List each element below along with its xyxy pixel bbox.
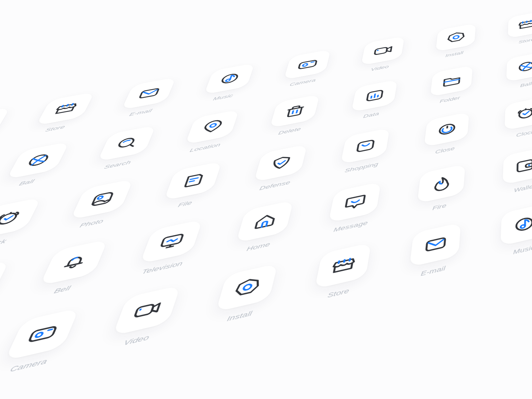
svg-line-22 xyxy=(293,111,293,113)
delete-icon xyxy=(270,94,320,128)
icon-tile-file[interactable]: File xyxy=(138,157,242,217)
icon-tile-email[interactable]: E-mail xyxy=(386,218,481,286)
folder-icon xyxy=(430,65,472,97)
icon-label: Close xyxy=(435,145,455,155)
svg-point-50 xyxy=(528,164,530,166)
svg-line-61 xyxy=(344,260,344,262)
svg-point-20 xyxy=(210,123,216,128)
icon-tile-fire[interactable]: Fire xyxy=(395,160,484,220)
svg-line-27 xyxy=(378,95,378,97)
icon-tile-delete[interactable]: Delete xyxy=(247,91,338,142)
svg-line-26 xyxy=(374,94,375,97)
install-icon xyxy=(436,23,476,52)
svg-line-19 xyxy=(129,144,134,147)
icon-tile-store[interactable]: Store xyxy=(491,8,532,50)
svg-point-8 xyxy=(303,63,308,66)
svg-line-1 xyxy=(62,105,63,107)
svg-line-23 xyxy=(297,110,297,113)
icon-tile-folder[interactable]: Folder xyxy=(411,62,490,110)
icon-label: Defense xyxy=(259,179,291,192)
icon-tile-email[interactable]: E-mail xyxy=(97,74,195,123)
icon-tile-photo[interactable]: Photo xyxy=(42,175,154,237)
svg-point-12 xyxy=(453,35,459,39)
store-icon xyxy=(508,11,532,38)
icon-label: Clock xyxy=(516,129,532,138)
music-icon xyxy=(204,63,255,95)
email-icon xyxy=(121,77,176,110)
icon-label: Camera xyxy=(9,357,49,374)
data-icon xyxy=(351,79,397,112)
icon-tile-install[interactable]: Install xyxy=(188,258,300,332)
icon-label: Television xyxy=(141,260,184,276)
wallet-icon xyxy=(503,147,532,185)
icon-label: Wallet xyxy=(514,183,532,194)
music-icon xyxy=(500,203,532,246)
svg-point-32 xyxy=(0,212,18,225)
svg-line-62 xyxy=(350,259,350,261)
icon-tile-store[interactable]: Store xyxy=(10,88,114,139)
svg-line-25 xyxy=(371,96,371,98)
svg-line-56 xyxy=(49,330,52,330)
install-icon xyxy=(216,263,278,312)
svg-point-39 xyxy=(439,123,455,135)
icon-tile-wallet[interactable]: Wallet xyxy=(482,143,532,201)
icon-tile-music[interactable]: Music xyxy=(479,199,532,264)
ball-icon xyxy=(506,52,532,82)
icon-label: Ball xyxy=(520,81,532,88)
icon-label: E-mail xyxy=(420,265,446,278)
icon-tile-location[interactable]: Location xyxy=(161,106,258,159)
icon-tile-music[interactable]: Music xyxy=(181,60,273,107)
icon-tile-television[interactable]: Television xyxy=(111,215,224,282)
icon-tile-install[interactable]: Install xyxy=(417,20,492,64)
icon-label: Video xyxy=(122,333,150,347)
icon-label: Home xyxy=(246,241,271,253)
icon-label: Delete xyxy=(278,126,302,136)
video-icon xyxy=(112,285,181,336)
icon-label: Fire xyxy=(432,202,447,211)
svg-line-36 xyxy=(191,178,198,180)
icon-tile-video[interactable]: Video xyxy=(81,280,203,357)
icon-label: Location xyxy=(189,142,221,154)
icon-tile-message[interactable]: Message xyxy=(304,178,401,240)
icon-label: Camera xyxy=(289,77,317,87)
icon-label: Message xyxy=(333,219,368,233)
icon-tile-defense[interactable]: Defense xyxy=(229,140,327,198)
video-icon xyxy=(361,36,404,66)
close-icon xyxy=(424,112,469,147)
search-icon xyxy=(97,125,156,162)
icon-label: Folder xyxy=(440,95,461,104)
icon-tile-bell[interactable]: Bell xyxy=(9,235,131,305)
icon-tile-close[interactable]: Close xyxy=(403,108,487,162)
icon-label: Install xyxy=(226,310,253,323)
ball-icon xyxy=(6,142,69,179)
icon-tile-video[interactable]: Video xyxy=(341,33,421,77)
icon-label: Music xyxy=(513,244,532,256)
icon-tile-store[interactable]: Store xyxy=(289,238,392,309)
camera-icon xyxy=(5,308,79,361)
message-icon xyxy=(328,182,381,223)
svg-line-58 xyxy=(140,309,141,310)
svg-point-64 xyxy=(516,217,532,231)
icon-tile-shopping[interactable]: Shopping xyxy=(318,124,408,180)
clock-icon xyxy=(0,197,41,240)
icon-tile-clock[interactable]: Clock xyxy=(485,93,532,145)
icon-label: Store xyxy=(327,287,350,300)
store-icon xyxy=(315,242,371,289)
icon-label: Video xyxy=(370,64,389,72)
icon-label: Store xyxy=(519,37,532,45)
shopping-icon xyxy=(340,128,390,164)
svg-point-55 xyxy=(35,332,43,337)
fire-icon xyxy=(417,164,466,203)
camera-icon xyxy=(284,50,331,80)
icon-label: Store xyxy=(44,124,66,133)
icon-tile-ball[interactable]: Ball xyxy=(488,48,532,94)
icon-label: File xyxy=(177,200,193,209)
icon-label: Bell xyxy=(53,284,72,295)
svg-line-33 xyxy=(10,212,11,213)
icon-tile-search[interactable]: Search xyxy=(71,122,176,177)
icon-tile-data[interactable]: Data xyxy=(330,76,415,126)
clock-icon xyxy=(504,96,532,130)
icon-tile-home[interactable]: Home xyxy=(210,196,314,261)
svg-line-37 xyxy=(190,181,194,182)
icon-tile-camera[interactable]: Camera xyxy=(263,46,348,92)
